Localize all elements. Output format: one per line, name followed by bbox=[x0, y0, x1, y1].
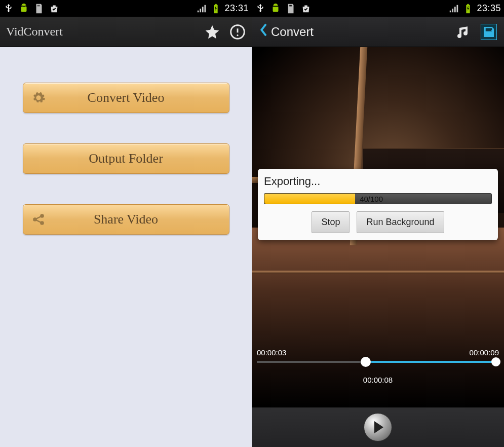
app-title: VidConvert bbox=[6, 25, 63, 39]
store-icon bbox=[49, 3, 60, 14]
status-bar: 23:35 bbox=[252, 0, 504, 17]
export-title: Exporting... bbox=[264, 175, 492, 188]
seek-thumb[interactable] bbox=[361, 357, 371, 367]
output-folder-label: Output Folder bbox=[23, 151, 229, 166]
progress-fill bbox=[264, 194, 355, 204]
convert-body: Exporting... 40/100 Stop Run Background … bbox=[252, 47, 504, 447]
phone-left: 23:31 VidConvert Convert Video Output Fo… bbox=[0, 0, 252, 447]
favorite-icon[interactable] bbox=[204, 24, 220, 40]
progress-bar: 40/100 bbox=[264, 193, 492, 204]
sd-card-icon bbox=[285, 3, 296, 14]
signal-icon bbox=[196, 3, 207, 14]
android-debug-icon bbox=[18, 3, 29, 14]
status-clock: 23:31 bbox=[224, 3, 249, 14]
stop-button[interactable]: Stop bbox=[312, 211, 350, 233]
usb-icon bbox=[255, 3, 266, 14]
main-menu: Convert Video Output Folder Share Video bbox=[0, 47, 252, 447]
battery-charging-icon bbox=[462, 3, 474, 14]
status-clock: 23:35 bbox=[477, 3, 501, 14]
share-video-label: Share Video bbox=[23, 212, 229, 227]
video-preview: Exporting... 40/100 Stop Run Background … bbox=[252, 47, 504, 407]
save-icon[interactable] bbox=[481, 24, 497, 40]
phone-right: 23:35 Convert Exporting... bbox=[252, 0, 504, 447]
status-bar: 23:31 bbox=[0, 0, 252, 17]
play-button[interactable] bbox=[364, 413, 392, 441]
play-icon bbox=[374, 421, 383, 433]
svg-rect-11 bbox=[468, 4, 470, 5]
export-dialog: Exporting... 40/100 Stop Run Background bbox=[258, 169, 498, 240]
seek-bar[interactable] bbox=[257, 356, 499, 368]
progress-text: 40/100 bbox=[360, 194, 383, 204]
convert-video-label: Convert Video bbox=[23, 90, 229, 105]
convert-app-bar: Convert bbox=[252, 17, 504, 47]
back-icon[interactable] bbox=[259, 22, 268, 41]
convert-video-button[interactable]: Convert Video bbox=[23, 83, 229, 113]
audio-icon[interactable] bbox=[455, 24, 472, 40]
output-folder-button[interactable]: Output Folder bbox=[23, 143, 229, 174]
app-bar: VidConvert bbox=[0, 17, 252, 47]
page-title: Convert bbox=[271, 25, 314, 39]
run-background-button[interactable]: Run Background bbox=[357, 211, 444, 233]
android-debug-icon bbox=[270, 3, 281, 14]
usb-icon bbox=[3, 3, 14, 14]
info-icon[interactable] bbox=[229, 24, 246, 40]
signal-icon bbox=[448, 3, 459, 14]
player-controls bbox=[252, 407, 504, 447]
share-video-button[interactable]: Share Video bbox=[23, 204, 229, 235]
sd-card-icon bbox=[33, 3, 45, 14]
svg-point-4 bbox=[237, 34, 238, 36]
store-icon bbox=[300, 3, 312, 14]
playhead-time: 00:00:08 bbox=[252, 376, 504, 384]
svg-rect-1 bbox=[215, 4, 217, 5]
battery-charging-icon bbox=[210, 3, 221, 14]
